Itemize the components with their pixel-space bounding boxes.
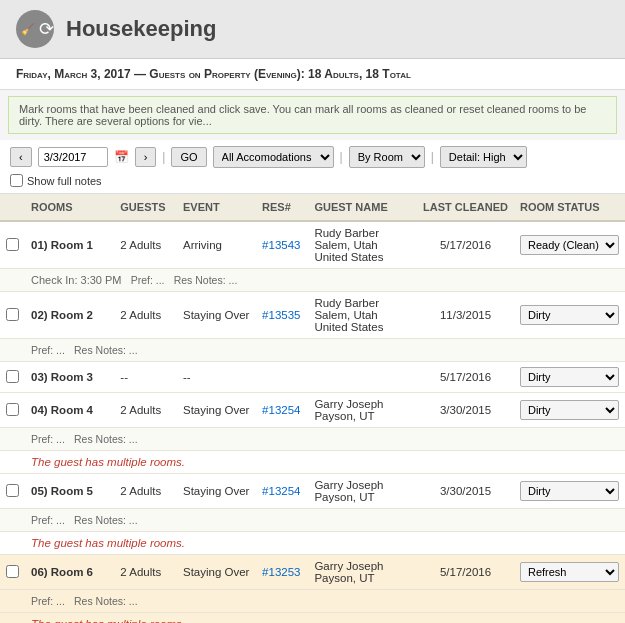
room-status: Ready (Clean)DirtyRefreshInspected — [514, 393, 625, 428]
table-row: 01) Room 1 2 Adults Arriving #13543 Rudy… — [0, 221, 625, 269]
res — [256, 362, 308, 393]
guest-name: Garry Joseph — [314, 479, 383, 491]
guest-name: Rudy Barber — [314, 227, 379, 239]
row-checkbox[interactable] — [6, 403, 19, 416]
guests: -- — [114, 362, 177, 393]
view-select[interactable]: By Room — [349, 146, 425, 168]
res-notes-text: Res Notes: ... — [74, 344, 138, 356]
res-link[interactable]: #13543 — [262, 239, 300, 251]
header-icon: 🧹 ⟳ — [16, 10, 54, 48]
row-checkbox-cell — [0, 555, 25, 590]
status-select[interactable]: Ready (Clean)DirtyRefreshInspected — [520, 481, 619, 501]
sub-info: Pref: ... Res Notes: ... — [25, 590, 625, 613]
guest-loc: Salem, Utah United States — [314, 309, 383, 333]
room-name: 01) Room 1 — [25, 221, 114, 269]
show-full-notes-text: Show full notes — [27, 175, 102, 187]
guest-name: Garry Joseph — [314, 560, 383, 572]
detail-select[interactable]: Detail: High — [440, 146, 527, 168]
row-checkbox[interactable] — [6, 565, 19, 578]
status-select[interactable]: Ready (Clean)DirtyRefreshInspected — [520, 367, 619, 387]
sub-info: Check In: 3:30 PM Pref: ... Res Notes: .… — [25, 269, 625, 292]
table-row-error: The guest has multiple rooms. — [0, 613, 625, 624]
table-row: 03) Room 3 -- -- 5/17/2016 Ready (Clean)… — [0, 362, 625, 393]
separator2: | — [340, 150, 343, 164]
info-bar: Mark rooms that have been cleaned and cl… — [8, 96, 617, 134]
guest-name: Garry Joseph — [314, 398, 383, 410]
guest-loc: Payson, UT — [314, 410, 374, 422]
room-name: 06) Room 6 — [25, 555, 114, 590]
next-button[interactable]: › — [135, 147, 157, 167]
res: #13253 — [256, 555, 308, 590]
date-input[interactable] — [38, 147, 108, 167]
event: Staying Over — [177, 555, 256, 590]
guest-loc: Payson, UT — [314, 491, 374, 503]
page-title: Housekeeping — [66, 16, 216, 42]
col-rooms: ROOMS — [25, 194, 114, 221]
event: Staying Over — [177, 393, 256, 428]
status-select[interactable]: Ready (Clean)DirtyRefreshInspected — [520, 235, 619, 255]
last-cleaned: 3/30/2015 — [417, 474, 514, 509]
show-full-notes-label[interactable]: Show full notes — [10, 174, 102, 187]
col-checkbox — [0, 194, 25, 221]
guest-name-cell: Rudy BarberSalem, Utah United States — [308, 221, 417, 269]
guest-name-cell: Garry JosephPayson, UT — [308, 555, 417, 590]
res-link[interactable]: #13254 — [262, 485, 300, 497]
error-text: The guest has multiple rooms. — [25, 532, 625, 555]
row-checkbox[interactable] — [6, 370, 19, 383]
svg-text:🧹: 🧹 — [21, 22, 35, 36]
res-notes-text: Res Notes: ... — [74, 595, 138, 607]
status-select[interactable]: Ready (Clean)DirtyRefreshInspected — [520, 562, 619, 582]
last-cleaned: 11/3/2015 — [417, 292, 514, 339]
res: #13254 — [256, 474, 308, 509]
sub-info: Pref: ... Res Notes: ... — [25, 339, 625, 362]
toolbar: ‹ 📅 › | GO All Accomodations | By Room |… — [0, 140, 625, 194]
table-row: 02) Room 2 2 Adults Staying Over #13535 … — [0, 292, 625, 339]
last-cleaned: 5/17/2016 — [417, 555, 514, 590]
show-full-notes-checkbox[interactable] — [10, 174, 23, 187]
guest-name-cell — [308, 362, 417, 393]
table-row-sub: Pref: ... Res Notes: ... — [0, 339, 625, 362]
guest-name-cell: Garry JosephPayson, UT — [308, 474, 417, 509]
row-checkbox[interactable] — [6, 308, 19, 321]
error-text: The guest has multiple rooms. — [25, 613, 625, 624]
table-row: 05) Room 5 2 Adults Staying Over #13254 … — [0, 474, 625, 509]
res: #13543 — [256, 221, 308, 269]
res-link[interactable]: #13254 — [262, 404, 300, 416]
guests: 2 Adults — [114, 221, 177, 269]
event: Staying Over — [177, 292, 256, 339]
status-select[interactable]: Ready (Clean)DirtyRefreshInspected — [520, 305, 619, 325]
last-cleaned: 5/17/2016 — [417, 221, 514, 269]
sub-info: Pref: ... Res Notes: ... — [25, 428, 625, 451]
go-button[interactable]: GO — [171, 147, 206, 167]
accommodation-select[interactable]: All Accomodations — [213, 146, 334, 168]
row-checkbox[interactable] — [6, 484, 19, 497]
res-notes-text: Res Notes: ... — [74, 433, 138, 445]
room-status: Ready (Clean)DirtyRefreshInspected — [514, 474, 625, 509]
status-select[interactable]: Ready (Clean)DirtyRefreshInspected — [520, 400, 619, 420]
table-row-error: The guest has multiple rooms. — [0, 532, 625, 555]
col-lastcleaned: LAST CLEANED — [417, 194, 514, 221]
separator: | — [162, 150, 165, 164]
event: Staying Over — [177, 474, 256, 509]
res: #13254 — [256, 393, 308, 428]
res-link[interactable]: #13535 — [262, 309, 300, 321]
prev-button[interactable]: ‹ — [10, 147, 32, 167]
res-notes-text: Res Notes: ... — [174, 274, 238, 286]
last-cleaned: 3/30/2015 — [417, 393, 514, 428]
row-checkbox[interactable] — [6, 238, 19, 251]
guest-name: Rudy Barber — [314, 297, 379, 309]
res-notes-text: Res Notes: ... — [74, 514, 138, 526]
row-checkbox-cell — [0, 474, 25, 509]
table-row-sub: Check In: 3:30 PM Pref: ... Res Notes: .… — [0, 269, 625, 292]
table-container: ROOMS GUESTS EVENT RES# GUEST NAME LAST … — [0, 194, 625, 623]
table-header-row: ROOMS GUESTS EVENT RES# GUEST NAME LAST … — [0, 194, 625, 221]
room-status: Ready (Clean)DirtyRefreshInspected — [514, 221, 625, 269]
res-link[interactable]: #13253 — [262, 566, 300, 578]
row-checkbox-cell — [0, 221, 25, 269]
pref-text: Pref: ... — [31, 344, 65, 356]
row-checkbox-cell — [0, 362, 25, 393]
error-text: The guest has multiple rooms. — [25, 451, 625, 474]
guests: 2 Adults — [114, 292, 177, 339]
guests: 2 Adults — [114, 393, 177, 428]
col-event: EVENT — [177, 194, 256, 221]
